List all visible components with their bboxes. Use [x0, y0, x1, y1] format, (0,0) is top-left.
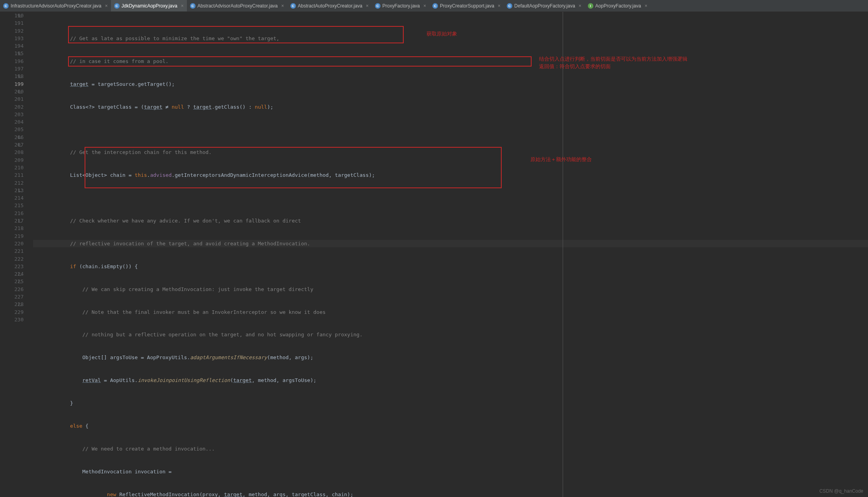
- editor-tab[interactable]: CProxyFactory.java×: [372, 0, 429, 11]
- line-number[interactable]: 222: [0, 255, 24, 263]
- close-icon[interactable]: ×: [181, 3, 184, 9]
- line-number[interactable]: 230: [0, 316, 24, 323]
- interface-icon: I: [588, 3, 593, 9]
- editor-tab[interactable]: CAbstractAdvisorAutoProxyCreator.java×: [187, 0, 287, 11]
- class-icon: C: [3, 3, 9, 9]
- fold-indicator-icon[interactable]: [18, 50, 22, 57]
- fold-indicator-icon[interactable]: [18, 278, 22, 285]
- line-number[interactable]: 225: [0, 278, 24, 285]
- fold-indicator-icon[interactable]: [18, 12, 22, 19]
- tab-label: AopProxyFactory.java: [595, 3, 641, 9]
- tab-label: AbstractAdvisorAutoProxyCreator.java: [198, 3, 278, 9]
- line-number[interactable]: 203: [0, 111, 24, 118]
- class-icon: C: [114, 3, 120, 9]
- line-number[interactable]: 224: [0, 270, 24, 278]
- line-number[interactable]: 226: [0, 286, 24, 293]
- close-icon[interactable]: ×: [645, 3, 647, 9]
- line-number[interactable]: 196: [0, 57, 24, 65]
- line-number[interactable]: 221: [0, 247, 24, 255]
- line-number[interactable]: 192: [0, 27, 24, 35]
- tab-label: InfrastructureAdvisorAutoProxyCreator.ja…: [11, 3, 102, 9]
- line-number[interactable]: 197: [0, 65, 24, 72]
- line-number[interactable]: 205: [0, 126, 24, 133]
- fold-indicator-icon[interactable]: [18, 141, 22, 148]
- line-number[interactable]: 191: [0, 19, 24, 27]
- editor-wrap: 1901911921931941951961971981992002012022…: [0, 12, 868, 497]
- editor-tab[interactable]: CInfrastructureAdvisorAutoProxyCreator.j…: [0, 0, 111, 11]
- editor-tab[interactable]: IAopProxyFactory.java×: [585, 0, 651, 11]
- line-number[interactable]: 220: [0, 240, 24, 247]
- line-number[interactable]: 209: [0, 156, 24, 164]
- line-number[interactable]: 195: [0, 50, 24, 57]
- tab-label: DefaultAopProxyFactory.java: [514, 3, 575, 9]
- editor-tab-bar: CInfrastructureAdvisorAutoProxyCreator.j…: [0, 0, 868, 12]
- var-target: target: [70, 81, 89, 87]
- code-area[interactable]: // Get as late as possible to minimize t…: [31, 12, 868, 497]
- fold-indicator-icon[interactable]: [18, 187, 22, 194]
- line-number[interactable]: 193: [0, 35, 24, 42]
- comment: // in case it comes from a pool.: [33, 58, 168, 64]
- line-number[interactable]: 211: [0, 171, 24, 179]
- close-icon[interactable]: ×: [281, 3, 284, 9]
- line-number[interactable]: 208: [0, 148, 24, 156]
- tab-label: AbstractAutoProxyCreator.java: [298, 3, 362, 9]
- line-number[interactable]: 200: [0, 88, 24, 95]
- editor-tab[interactable]: CJdkDynamicAopProxy.java×: [111, 0, 187, 11]
- line-number[interactable]: 194: [0, 42, 24, 50]
- annotation-text-3: 原始方法＋额外功能的整合: [530, 156, 592, 163]
- line-number[interactable]: 213: [0, 187, 24, 194]
- fold-indicator-icon[interactable]: [18, 270, 22, 278]
- annotation-text-1: 获取原始对象: [427, 30, 457, 37]
- line-number[interactable]: 218: [0, 224, 24, 232]
- fold-indicator-icon[interactable]: [18, 134, 22, 141]
- class-icon: C: [432, 3, 438, 9]
- close-icon[interactable]: ×: [579, 3, 582, 9]
- tab-label: ProxyCreatorSupport.java: [440, 3, 494, 9]
- line-number[interactable]: 214: [0, 194, 24, 202]
- line-number[interactable]: 223: [0, 263, 24, 270]
- class-icon: C: [375, 3, 380, 9]
- line-number[interactable]: 228: [0, 300, 24, 308]
- line-number[interactable]: 204: [0, 118, 24, 126]
- close-icon[interactable]: ×: [366, 3, 369, 9]
- line-number[interactable]: 216: [0, 210, 24, 217]
- tab-label: ProxyFactory.java: [382, 3, 420, 9]
- fold-indicator-icon[interactable]: [18, 88, 22, 95]
- line-number[interactable]: 219: [0, 232, 24, 240]
- line-number[interactable]: 202: [0, 103, 24, 111]
- line-number[interactable]: 206: [0, 134, 24, 141]
- close-icon[interactable]: ×: [423, 3, 426, 9]
- watermark: CSDN @q_hanCode: [819, 488, 863, 494]
- tab-label: JdkDynamicAopProxy.java: [122, 3, 177, 9]
- line-number-gutter: 1901911921931941951961971981992002012022…: [0, 12, 31, 497]
- class-icon: C: [190, 3, 196, 9]
- line-number[interactable]: 201: [0, 95, 24, 103]
- line-number[interactable]: 215: [0, 202, 24, 209]
- line-number[interactable]: 210: [0, 164, 24, 171]
- annotation-text-2: 结合切入点进行判断，当前切面是否可以为当前方法加入增强逻辑 返回值：符合切入点要…: [539, 55, 687, 70]
- right-margin-line: [563, 12, 563, 497]
- fold-indicator-icon[interactable]: [18, 217, 22, 224]
- class-icon: C: [290, 3, 296, 9]
- line-number[interactable]: 217: [0, 217, 24, 224]
- fold-indicator-icon[interactable]: [18, 300, 22, 308]
- close-icon[interactable]: ×: [498, 3, 500, 9]
- line-number[interactable]: 199: [0, 80, 24, 88]
- editor-tab[interactable]: CProxyCreatorSupport.java×: [429, 0, 504, 11]
- line-number[interactable]: 212: [0, 179, 24, 187]
- line-number[interactable]: 229: [0, 308, 24, 316]
- editor-tab[interactable]: CAbstractAutoProxyCreator.java×: [287, 0, 372, 11]
- editor-tab[interactable]: CDefaultAopProxyFactory.java×: [504, 0, 585, 11]
- close-icon[interactable]: ×: [105, 3, 108, 9]
- line-number[interactable]: 227: [0, 293, 24, 300]
- line-number[interactable]: 207: [0, 141, 24, 148]
- line-number[interactable]: 190: [0, 12, 24, 19]
- fold-indicator-icon[interactable]: [18, 72, 22, 80]
- line-number[interactable]: 198: [0, 72, 24, 80]
- class-icon: C: [507, 3, 512, 9]
- comment: // Get as late as possible to minimize t…: [33, 35, 279, 41]
